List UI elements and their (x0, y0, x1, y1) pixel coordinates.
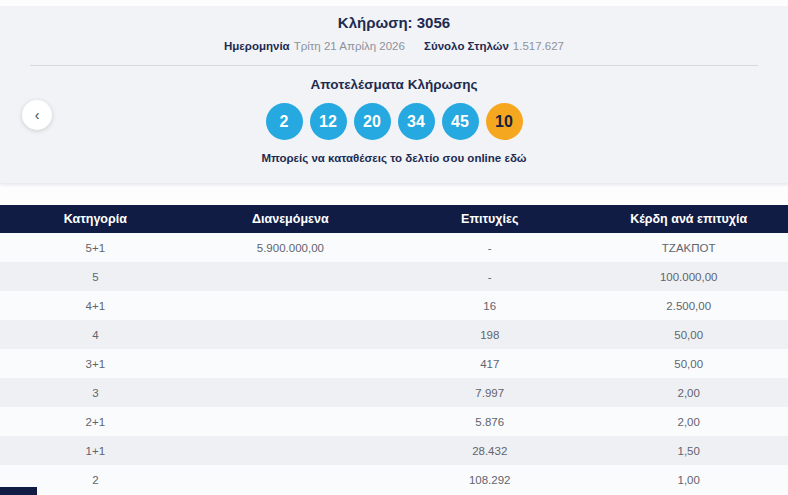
cell-prize: 50,00 (589, 320, 788, 349)
table-row: 5+15.900.000,00-ΤΖΑΚΠΟΤ (0, 233, 788, 262)
footer-edge (0, 487, 37, 495)
cell-distributed (191, 349, 390, 378)
number-ball-4: 34 (398, 103, 435, 140)
table-row: 2+15.8762,00 (0, 407, 788, 436)
table-row: 3+141750,00 (0, 349, 788, 378)
total-columns: Σύνολο Στηλών1.517.627 (424, 40, 564, 52)
cell-winners: 28.432 (390, 436, 589, 465)
cell-distributed (191, 291, 390, 320)
cell-distributed (191, 320, 390, 349)
cell-distributed (191, 465, 390, 494)
table-row: 419850,00 (0, 320, 788, 349)
cell-category: 2+1 (0, 407, 191, 436)
results-heading: Αποτελέσματα Κλήρωσης (0, 77, 788, 92)
table-row: 2108.2921,00 (0, 465, 788, 494)
number-ball-1: 2 (266, 103, 303, 140)
cell-distributed: 5.900.000,00 (191, 233, 390, 262)
cell-category: 1+1 (0, 436, 191, 465)
cell-prize: 50,00 (589, 349, 788, 378)
number-ball-5: 45 (442, 103, 479, 140)
header-distributed: Διανεμόμενα (191, 205, 390, 233)
cell-prize: 2,00 (589, 378, 788, 407)
prize-table: Κατηγορία Διανεμόμενα Επιτυχίες Κέρδη αν… (0, 205, 788, 495)
table-row: 5-100.000,00 (0, 262, 788, 291)
cell-winners: - (390, 233, 589, 262)
prize-table-header: Κατηγορία Διανεμόμενα Επιτυχίες Κέρδη αν… (0, 205, 788, 233)
table-row: 37.9972,00 (0, 378, 788, 407)
cell-prize: 2,00 (589, 407, 788, 436)
prize-table-body: 5+15.900.000,00-ΤΖΑΚΠΟΤ5-100.000,004+116… (0, 233, 788, 494)
cell-winners: 5.876 (390, 407, 589, 436)
total-columns-label: Σύνολο Στηλών (424, 40, 509, 52)
carousel-prev-button[interactable]: ‹ (22, 100, 52, 130)
cell-prize: 1,50 (589, 436, 788, 465)
cell-prize: 1,00 (589, 465, 788, 494)
draw-number: 3056 (417, 14, 450, 31)
header-prize: Κέρδη ανά επιτυχία (589, 205, 788, 233)
cell-prize: ΤΖΑΚΠΟΤ (589, 233, 788, 262)
cell-category: 5+1 (0, 233, 191, 262)
number-ball-2: 12 (310, 103, 347, 140)
draw-date: ΗμερομηνίαΤρίτη 21 Απρίλη 2026 (224, 40, 405, 52)
cell-category: 3 (0, 378, 191, 407)
cell-winners: 417 (390, 349, 589, 378)
table-row: 1+128.4321,50 (0, 436, 788, 465)
cell-distributed (191, 262, 390, 291)
cell-category: 4+1 (0, 291, 191, 320)
cell-prize: 100.000,00 (589, 262, 788, 291)
cell-distributed (191, 436, 390, 465)
draw-date-value: Τρίτη 21 Απρίλη 2026 (294, 40, 405, 52)
cell-category: 4 (0, 320, 191, 349)
cell-category: 3+1 (0, 349, 191, 378)
submit-online-link[interactable]: Μπορείς να καταθέσεις το δελτίο σου onli… (0, 152, 788, 164)
draw-title: Κλήρωση: 3056 (0, 6, 788, 31)
cell-distributed (191, 378, 390, 407)
cell-winners: 16 (390, 291, 589, 320)
number-ball-3: 20 (354, 103, 391, 140)
table-row: 4+1162.500,00 (0, 291, 788, 320)
total-columns-value: 1.517.627 (513, 40, 564, 52)
draw-summary-panel: Κλήρωση: 3056 ΗμερομηνίαΤρίτη 21 Απρίλη … (0, 6, 788, 183)
cell-winners: 198 (390, 320, 589, 349)
divider (30, 65, 758, 66)
cell-winners: 108.292 (390, 465, 589, 494)
header-category: Κατηγορία (0, 205, 191, 233)
draw-title-label: Κλήρωση: (338, 14, 413, 31)
cell-distributed (191, 407, 390, 436)
cell-prize: 2.500,00 (589, 291, 788, 320)
chevron-left-icon: ‹ (35, 108, 40, 122)
cell-winners: 7.997 (390, 378, 589, 407)
cell-winners: - (390, 262, 589, 291)
cell-category: 5 (0, 262, 191, 291)
draw-meta: ΗμερομηνίαΤρίτη 21 Απρίλη 2026 Σύνολο Στ… (0, 40, 788, 52)
draw-date-label: Ημερομηνία (224, 40, 290, 52)
header-winners: Επιτυχίες (390, 205, 589, 233)
winning-numbers: 21220344510 (0, 103, 788, 140)
joker-ball: 10 (486, 103, 523, 140)
